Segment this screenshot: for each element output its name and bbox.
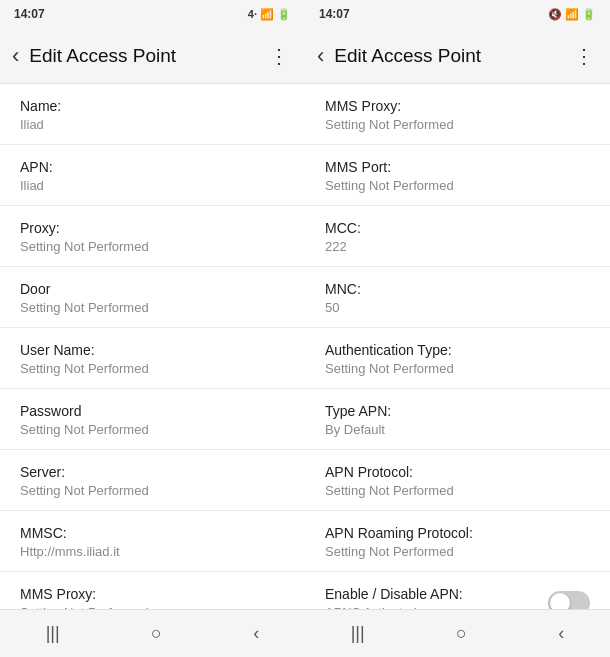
field-value: Setting Not Performed	[20, 422, 285, 437]
status-icons-right: 🔇 📶 🔋	[548, 8, 596, 21]
list-item[interactable]: Server: Setting Not Performed	[0, 450, 305, 511]
field-label: APN Protocol:	[325, 464, 590, 480]
field-value: APNS Activated	[325, 605, 463, 609]
list-item[interactable]: MMSC: Http://mms.iliad.it	[0, 511, 305, 572]
phone-right: 14:07 🔇 📶 🔋 ‹ Edit Access Point ⋮ MMS Pr…	[305, 0, 610, 657]
list-item[interactable]: MMS Proxy: Setting Not Performed	[0, 572, 305, 609]
nav-recent-right[interactable]: |||	[351, 623, 365, 644]
field-label: MMS Proxy:	[325, 98, 590, 114]
field-label: Type APN:	[325, 403, 590, 419]
field-value: Setting Not Performed	[20, 239, 285, 254]
nav-recent-left[interactable]: |||	[46, 623, 60, 644]
list-item[interactable]: MMS Port: Setting Not Performed	[305, 145, 610, 206]
menu-button-left[interactable]: ⋮	[261, 40, 297, 72]
field-label: Enable / Disable APN:	[325, 586, 463, 602]
menu-button-right[interactable]: ⋮	[566, 40, 602, 72]
list-item[interactable]: MNC: 50	[305, 267, 610, 328]
field-label: MMS Proxy:	[20, 586, 285, 602]
field-value: Setting Not Performed	[325, 483, 590, 498]
field-value: Setting Not Performed	[325, 178, 590, 193]
field-label: APN:	[20, 159, 285, 175]
header-right: ‹ Edit Access Point ⋮	[305, 28, 610, 84]
field-label: Name:	[20, 98, 285, 114]
nav-bar-right: ||| ○ ‹	[305, 609, 610, 657]
list-item[interactable]: User Name: Setting Not Performed	[0, 328, 305, 389]
field-value: By Default	[325, 422, 590, 437]
header-left: ‹ Edit Access Point ⋮	[0, 28, 305, 84]
field-label: MCC:	[325, 220, 590, 236]
field-label: APN Roaming Protocol:	[325, 525, 590, 541]
field-value: 50	[325, 300, 590, 315]
list-item[interactable]: APN Roaming Protocol: Setting Not Perfor…	[305, 511, 610, 572]
list-item[interactable]: MCC: 222	[305, 206, 610, 267]
field-value: 222	[325, 239, 590, 254]
field-value: Setting Not Performed	[20, 605, 285, 609]
nav-back-right[interactable]: ‹	[558, 623, 564, 644]
field-label: Authentication Type:	[325, 342, 590, 358]
field-value: Setting Not Performed	[20, 300, 285, 315]
field-value: Setting Not Performed	[325, 117, 590, 132]
nav-bar-left: ||| ○ ‹	[0, 609, 305, 657]
list-item[interactable]: MMS Proxy: Setting Not Performed	[305, 84, 610, 145]
settings-list-left: Name: Iliad APN: Iliad Proxy: Setting No…	[0, 84, 305, 609]
settings-list-right: MMS Proxy: Setting Not Performed MMS Por…	[305, 84, 610, 609]
list-item[interactable]: Door Setting Not Performed	[0, 267, 305, 328]
back-button-right[interactable]: ‹	[313, 39, 328, 73]
status-bar-right: 14:07 🔇 📶 🔋	[305, 0, 610, 28]
page-title-right: Edit Access Point	[334, 45, 566, 67]
field-value: Iliad	[20, 178, 285, 193]
field-label: Proxy:	[20, 220, 285, 236]
list-item[interactable]: Proxy: Setting Not Performed	[0, 206, 305, 267]
list-item[interactable]: Authentication Type: Setting Not Perform…	[305, 328, 610, 389]
list-item[interactable]: Name: Iliad	[0, 84, 305, 145]
status-icons-left: 4· 📶 🔋	[248, 8, 291, 21]
field-label: Door	[20, 281, 285, 297]
field-value: Setting Not Performed	[20, 483, 285, 498]
field-label: Server:	[20, 464, 285, 480]
apn-toggle[interactable]	[548, 591, 590, 609]
list-item[interactable]: Password Setting Not Performed	[0, 389, 305, 450]
field-value: Iliad	[20, 117, 285, 132]
time-left: 14:07	[14, 7, 45, 21]
page-title-left: Edit Access Point	[29, 45, 261, 67]
status-bar-left: 14:07 4· 📶 🔋	[0, 0, 305, 28]
field-value: Setting Not Performed	[20, 361, 285, 376]
back-button-left[interactable]: ‹	[8, 39, 23, 73]
field-label: Password	[20, 403, 285, 419]
enable-disable-apn-item[interactable]: Enable / Disable APN: APNS Activated	[305, 572, 610, 609]
field-label: User Name:	[20, 342, 285, 358]
field-value: Setting Not Performed	[325, 544, 590, 559]
field-label: MMS Port:	[325, 159, 590, 175]
list-item[interactable]: Type APN: By Default	[305, 389, 610, 450]
list-item[interactable]: APN: Iliad	[0, 145, 305, 206]
nav-home-left[interactable]: ○	[151, 623, 162, 644]
list-item[interactable]: APN Protocol: Setting Not Performed	[305, 450, 610, 511]
field-value: Setting Not Performed	[325, 361, 590, 376]
time-right: 14:07	[319, 7, 350, 21]
field-label: MNC:	[325, 281, 590, 297]
field-label: MMSC:	[20, 525, 285, 541]
nav-back-left[interactable]: ‹	[253, 623, 259, 644]
phone-left: 14:07 4· 📶 🔋 ‹ Edit Access Point ⋮ Name:…	[0, 0, 305, 657]
field-value: Http://mms.iliad.it	[20, 544, 285, 559]
nav-home-right[interactable]: ○	[456, 623, 467, 644]
